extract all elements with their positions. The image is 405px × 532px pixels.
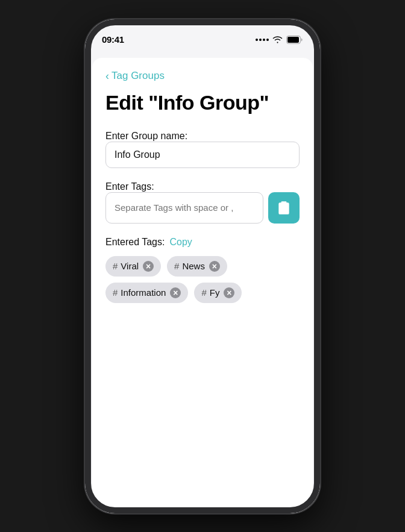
back-chevron-icon: ‹ (105, 70, 109, 81)
back-navigation[interactable]: ‹ Tag Groups (105, 70, 300, 82)
tags-input-row (105, 192, 300, 224)
status-icons (256, 36, 303, 44)
tag-remove-information[interactable] (170, 287, 181, 298)
screen-content: ‹ Tag Groups Edit "Info Group" Enter Gro… (85, 52, 320, 513)
tag-hash: # (201, 287, 206, 298)
copy-button[interactable]: Copy (169, 237, 192, 248)
tag-hash: # (174, 261, 179, 271)
entered-tags-header: Entered Tags: Copy (105, 237, 300, 248)
wifi-icon (272, 36, 283, 43)
tag-remove-viral[interactable] (143, 261, 154, 272)
page-title: Edit "Info Group" (105, 92, 300, 114)
back-label[interactable]: Tag Groups (111, 70, 165, 82)
svg-rect-1 (287, 37, 299, 43)
entered-tags-label: Entered Tags: (105, 237, 165, 248)
group-name-input[interactable] (105, 142, 300, 168)
list-item: # Fy (194, 283, 242, 303)
tag-text: News (182, 261, 205, 271)
svg-rect-2 (281, 201, 287, 204)
tag-hash: # (113, 287, 118, 298)
tags-field-label: Enter Tags: (105, 181, 154, 192)
tag-hash: # (113, 261, 118, 271)
signal-icon (256, 39, 269, 41)
tag-text: Viral (121, 261, 139, 271)
tag-text: Fy (210, 287, 220, 298)
tag-remove-fy[interactable] (224, 287, 234, 298)
tags-grid: # Viral # News # Information # Fy (105, 256, 300, 303)
group-name-label: Enter Group name: (105, 131, 187, 141)
main-card: ‹ Tag Groups Edit "Info Group" Enter Gro… (92, 58, 313, 507)
tag-remove-news[interactable] (209, 261, 220, 272)
status-bar: 09:41 (85, 19, 320, 52)
status-time: 09:41 (102, 34, 124, 45)
paste-button[interactable] (268, 192, 300, 224)
paste-icon (276, 200, 292, 216)
tags-input[interactable] (105, 192, 263, 224)
battery-icon (286, 36, 303, 44)
tag-text: Information (121, 287, 166, 298)
phone-frame: 09:41 (85, 19, 320, 513)
list-item: # News (167, 256, 227, 277)
list-item: # Viral (105, 256, 161, 277)
list-item: # Information (105, 283, 188, 303)
